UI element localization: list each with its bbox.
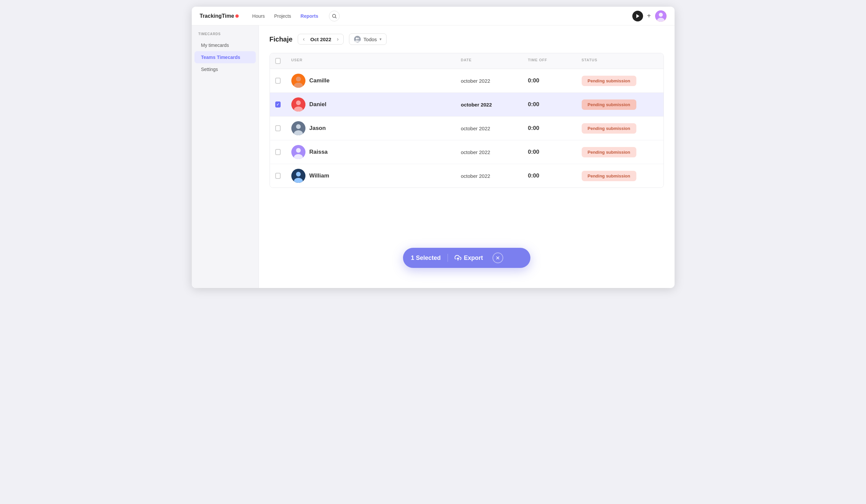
top-nav: TrackingTime Hours Projects Reports + bbox=[192, 7, 675, 25]
search-button[interactable] bbox=[329, 11, 340, 21]
main-layout: TIMECARDS My timecards Teams Timecards S… bbox=[192, 25, 675, 288]
user-avatar-icon bbox=[655, 10, 667, 22]
status-cell-camille: Pending submission bbox=[576, 71, 664, 91]
status-badge-camille: Pending submission bbox=[582, 76, 636, 86]
row-checkbox-william[interactable] bbox=[275, 173, 281, 179]
svg-line-1 bbox=[335, 17, 336, 18]
sidebar-item-my-timecards[interactable]: My timecards bbox=[195, 39, 256, 51]
row-checkbox-daniel[interactable] bbox=[275, 102, 281, 107]
user-cell-william: William bbox=[286, 164, 456, 187]
timeoff-cell-daniel: 0:00 bbox=[523, 96, 576, 113]
table-row: Jason october 2022 0:00 Pending submissi… bbox=[270, 116, 664, 140]
filter-todos-icon bbox=[354, 36, 361, 43]
header-date: DATE bbox=[456, 53, 523, 69]
nav-right: + bbox=[632, 10, 667, 22]
avatar-jason bbox=[291, 121, 306, 135]
date-cell-jason: october 2022 bbox=[456, 121, 523, 136]
row-checkbox-cell bbox=[270, 73, 286, 89]
avatar-camille bbox=[291, 74, 306, 88]
sidebar-item-teams-timecards[interactable]: Teams Timecards bbox=[195, 51, 256, 63]
sidebar: TIMECARDS My timecards Teams Timecards S… bbox=[192, 25, 259, 288]
table-header: USER DATE TIME OFF STATUS bbox=[270, 53, 664, 69]
nav-hours[interactable]: Hours bbox=[252, 13, 265, 19]
content-header: Fichaje ‹ Oct 2022 › bbox=[269, 34, 664, 45]
date-cell-camille: october 2022 bbox=[456, 73, 523, 89]
sidebar-item-label: Teams Timecards bbox=[201, 55, 241, 60]
sidebar-item-settings[interactable]: Settings bbox=[195, 63, 256, 75]
row-checkbox-raissa[interactable] bbox=[275, 149, 281, 155]
user-name-raissa: Raissa bbox=[309, 149, 328, 156]
date-nav: ‹ Oct 2022 › bbox=[298, 34, 344, 45]
upload-icon bbox=[455, 254, 461, 261]
close-action-bar-button[interactable]: ✕ bbox=[492, 252, 503, 263]
row-checkbox-cell bbox=[270, 121, 286, 136]
group-icon bbox=[354, 36, 361, 43]
status-cell-william: Pending submission bbox=[576, 166, 664, 186]
timeoff-cell-william: 0:00 bbox=[523, 168, 576, 184]
row-checkbox-cell bbox=[270, 97, 286, 112]
chevron-down-icon: ▾ bbox=[379, 37, 381, 42]
header-timeoff: TIME OFF bbox=[523, 53, 576, 69]
close-icon: ✕ bbox=[496, 255, 500, 261]
svg-point-8 bbox=[358, 38, 359, 39]
avatar-jason-img bbox=[291, 121, 306, 135]
play-button[interactable] bbox=[632, 11, 643, 21]
add-button[interactable]: + bbox=[647, 12, 651, 20]
status-cell-daniel: Pending submission bbox=[576, 95, 664, 115]
user-cell-camille: Camille bbox=[286, 69, 456, 92]
app-window: TrackingTime Hours Projects Reports + bbox=[192, 7, 675, 288]
brand-name: TrackingTime bbox=[200, 13, 234, 19]
select-all-checkbox[interactable] bbox=[275, 58, 281, 64]
avatar-raissa bbox=[291, 145, 306, 159]
svg-point-23 bbox=[296, 148, 301, 153]
status-badge-jason: Pending submission bbox=[582, 123, 636, 134]
play-icon bbox=[636, 14, 640, 19]
filter-todos-label: Todos bbox=[364, 36, 377, 42]
table-row: Camille october 2022 0:00 Pending submis… bbox=[270, 69, 664, 93]
status-badge-raissa: Pending submission bbox=[582, 147, 636, 157]
sidebar-section-label: TIMECARDS bbox=[192, 32, 258, 39]
timeoff-cell-raissa: 0:00 bbox=[523, 144, 576, 160]
timeoff-cell-jason: 0:00 bbox=[523, 120, 576, 136]
sidebar-item-label: Settings bbox=[201, 67, 218, 72]
user-name-daniel: Daniel bbox=[309, 101, 326, 108]
row-checkbox-jason[interactable] bbox=[275, 125, 281, 131]
user-name-camille: Camille bbox=[309, 77, 330, 84]
svg-point-20 bbox=[296, 124, 301, 129]
avatar-raissa-img bbox=[291, 145, 306, 159]
status-cell-raissa: Pending submission bbox=[576, 142, 664, 162]
user-cell-jason: Jason bbox=[286, 116, 456, 140]
export-button[interactable]: Export bbox=[455, 254, 483, 262]
filter-todos-button[interactable]: Todos ▾ bbox=[349, 34, 387, 45]
date-cell-raissa: october 2022 bbox=[456, 145, 523, 160]
date-cell-william: october 2022 bbox=[456, 169, 523, 184]
row-checkbox-camille[interactable] bbox=[275, 78, 281, 84]
current-month-label: Oct 2022 bbox=[308, 36, 334, 42]
selected-count-label: 1 Selected bbox=[411, 254, 441, 262]
export-label: Export bbox=[464, 254, 483, 262]
svg-point-4 bbox=[659, 13, 663, 17]
svg-point-17 bbox=[296, 101, 301, 105]
date-cell-daniel: october 2022 bbox=[456, 97, 523, 112]
sidebar-item-label: My timecards bbox=[201, 43, 229, 48]
header-user: USER bbox=[286, 53, 456, 69]
prev-month-button[interactable]: ‹ bbox=[303, 36, 304, 42]
user-avatar-nav[interactable] bbox=[655, 10, 667, 22]
avatar-william bbox=[291, 169, 306, 183]
avatar-daniel-img bbox=[291, 98, 306, 112]
timeoff-cell-camille: 0:00 bbox=[523, 73, 576, 89]
svg-point-14 bbox=[296, 77, 301, 81]
nav-reports[interactable]: Reports bbox=[300, 13, 318, 19]
status-badge-daniel: Pending submission bbox=[582, 100, 636, 110]
search-icon bbox=[332, 13, 337, 19]
user-cell-daniel: Daniel bbox=[286, 93, 456, 116]
svg-point-10 bbox=[357, 41, 360, 42]
header-status: STATUS bbox=[576, 53, 664, 69]
status-badge-william: Pending submission bbox=[582, 171, 636, 181]
action-bar: 1 Selected Export ✕ bbox=[403, 248, 530, 268]
next-month-button[interactable]: › bbox=[337, 36, 338, 42]
nav-projects[interactable]: Projects bbox=[274, 13, 291, 19]
page-title: Fichaje bbox=[269, 35, 293, 43]
timecards-table: USER DATE TIME OFF STATUS bbox=[269, 53, 664, 188]
content: Fichaje ‹ Oct 2022 › bbox=[259, 25, 675, 288]
